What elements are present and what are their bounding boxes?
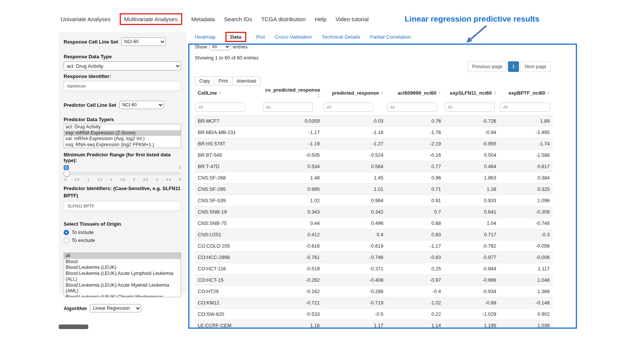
entries-count-select[interactable]: 60 [209,44,231,50]
value-cell: 0.412 [262,229,323,240]
table-row: CNS:SF-5391.020.9940.910.9331.096 [195,195,553,206]
predictor-data-type-option-xsq[interactable]: xsq: RNA-seq Expression (log2 FPKM+1.) [64,142,181,148]
predictor-data-type-field: Predictor Data Type/s act: Drug Activity… [64,117,181,148]
slider-handle[interactable] [64,170,70,176]
cell-line-cell: CO:HCT-116 [195,263,262,275]
value-cell: -0.524 [323,150,386,161]
nav-item-metadata[interactable]: Metadata [191,16,215,22]
predictor-cell-line-set-select[interactable]: NCI-60 [119,101,164,109]
algorithm-field: Algorithm Linear Regression [64,304,181,312]
value-cell: -0.533 [262,309,323,320]
predictor-data-type-option-xai[interactable]: xai: mRNA Expression (Avg. log2 Int.) [64,136,181,142]
value-cell: 0.342 [323,206,386,218]
value-cell: -2.19 [386,138,444,150]
tissue-option[interactable]: Blood:Leukemia (LEUK) [64,265,181,271]
algorithm-select[interactable]: Linear Regression [90,304,141,312]
value-cell: 1.48 [262,172,323,184]
nav-item-help[interactable]: Help [315,16,327,22]
column-header-cellline[interactable]: CellLine▲▼ [195,84,262,101]
results-table: CellLine▲▼cv_predicted_response▲▼predict… [195,84,553,329]
cell-line-cell: CO:HCC-2998 [195,252,262,263]
predictor-data-type-list[interactable]: act: Drug Activityexp: mRNA Expression (… [64,124,181,148]
tissue-option[interactable]: Blood [64,259,181,265]
filter-input-act609699-nci60[interactable] [387,103,437,112]
tissue-option[interactable]: all [64,253,181,259]
response-cell-line-set-select[interactable]: NCI-60 [121,37,166,46]
value-cell: 1.45 [323,172,386,184]
showing-entries-text: Showing 1 to 60 of 60 entries [195,55,258,61]
page-number-button[interactable]: 1 [508,61,519,72]
filter-input-cellline[interactable] [195,103,245,112]
previous-page-button[interactable]: Previous page [467,61,507,72]
nav-item-univariate-analyses[interactable]: Univariate Analyses [61,16,111,22]
sort-icon[interactable]: ▲▼ [381,90,383,95]
value-cell: -0.97 [386,275,444,286]
predictor-data-type-option-exp[interactable]: exp: mRNA Expression (Z-Score) [64,130,181,136]
radio-button-icon [64,230,69,235]
entries-label: entries [233,44,248,50]
sort-icon[interactable]: ▲▼ [219,90,222,95]
tissue-option[interactable]: Blood:Leukemia (LEUK):Acute Lymphoid Leu… [64,271,181,282]
value-cell: 1.28 [444,184,499,195]
tab-data[interactable]: Data [225,32,246,42]
value-cell: -0.006 [499,252,553,263]
column-header-label: CellLine [198,90,217,96]
column-header-predicted-response[interactable]: predicted_response▲▼ [323,84,386,101]
nav-item-search-ids[interactable]: Search IDs [224,16,252,22]
value-cell: -1.495 [499,127,553,138]
min-predictor-range-slider[interactable]: 0 5 00.511.522.533.544.55 [64,165,181,183]
sort-icon[interactable]: ▲▼ [494,90,496,95]
tab-cross-validation[interactable]: Cross-Validation [275,34,312,40]
value-cell: -0.955 [444,138,499,150]
value-cell: -0.292 [262,275,323,286]
value-cell: -1.19 [262,138,323,150]
column-header-label: cv_predicted_response [265,87,320,93]
column-header-expbptf-nci60[interactable]: expBPTF_nci60▲▼ [499,84,553,101]
radio-to-exclude[interactable]: To exclude [64,236,181,244]
nav-item-tcga-distribution[interactable]: TCGA distribution [261,16,306,22]
radio-to-include[interactable]: To include [64,228,181,236]
cell-line-cell: CNS:SNB-19 [195,206,262,218]
cell-line-cell: BR:MDA-MB-231 [195,127,262,138]
sort-icon[interactable]: ▲▼ [438,90,441,95]
value-cell: -0.505 [262,150,323,161]
sort-icon[interactable]: ▲▼ [317,93,320,98]
tab-heatmap[interactable]: Heatmap [195,34,216,40]
cell-line-cell: LE:CCRF-CEM [195,320,262,329]
value-cell: 0.994 [323,195,386,206]
tab-plot[interactable]: Plot [256,34,265,40]
response-identifier-input[interactable] [64,81,181,91]
response-data-type-select[interactable]: act: Drug Activity [64,61,181,70]
value-cell: 1.366 [499,286,553,297]
column-header-cv-predicted-response[interactable]: cv_predicted_response▲▼ [262,84,323,101]
value-cell: -0.966 [444,275,499,286]
filter-input-cv-predicted-response[interactable] [263,103,313,112]
tab-technical-details[interactable]: Technical Details [322,34,360,40]
slider-track[interactable] [64,172,181,175]
value-cell: -0.749 [499,218,553,229]
tissue-option[interactable]: Blood:Leukemia (LEUK):Acute Myeloid Leuk… [64,282,181,294]
tissue-list[interactable]: allBloodBlood:Leukemia (LEUK)Blood:Leuke… [64,253,181,297]
column-header-expslfn11-nci60[interactable]: expSLFN11_nci60▲▼ [444,84,499,101]
pagination: Previous page 1 Next page [467,61,551,72]
table-row: BR:MCF70.03590.030.76-0.7261.89 [195,115,553,127]
value-cell: -0.977 [444,252,499,263]
predictor-identifiers-input[interactable] [64,201,181,211]
nav-item-video-tutorial[interactable]: Video tutorial [336,16,369,22]
next-page-button[interactable]: Next page [520,61,551,72]
cell-line-cell: CO:COLO 205 [195,240,262,252]
cell-line-cell: CO:HT29 [195,286,262,297]
table-row: BR:BT-549-0.505-0.524-0.160.004-1.588 [195,150,553,161]
filter-input-expslfn11-nci60[interactable] [445,103,495,112]
cell-line-cell: BR:T-47D [195,161,262,172]
nav-item-multivariate-analyses[interactable]: Multivariate Analyses [120,13,182,25]
predictor-data-type-option-act[interactable]: act: Drug Activity [64,124,181,130]
filter-input-expbptf-nci60[interactable] [500,103,550,112]
cell-line-cell: CNS:U251 [195,229,262,240]
tab-partial-correlation[interactable]: Partial Correlation [370,34,411,40]
tissue-option[interactable]: Blood:Leukemia (LEUK):Chronic Myelogenou… [64,294,181,298]
column-header-act609699-nci60[interactable]: act609699_nci60▲▼ [386,84,444,101]
value-cell: -0.746 [323,252,386,263]
sort-icon[interactable]: ▲▼ [547,90,550,95]
filter-input-predicted-response[interactable] [324,103,374,112]
